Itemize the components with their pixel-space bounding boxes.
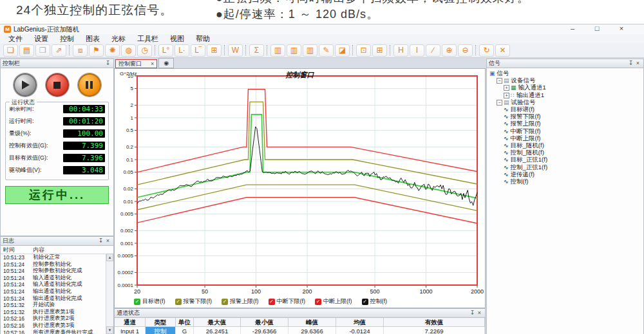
refresh-button[interactable]: ↻ <box>479 44 494 57</box>
toolbar-separator <box>155 45 156 55</box>
close-icon[interactable]: × <box>476 310 483 317</box>
pin-icon[interactable]: ↧ <box>97 237 104 245</box>
tree-item-输入通道1[interactable]: +▦输入通道1 <box>487 84 643 91</box>
minus-expander-icon[interactable]: − <box>497 100 502 106</box>
pin-icon[interactable]: ↧ <box>104 60 111 67</box>
minus-expander-icon[interactable]: − <box>497 78 502 84</box>
open-folder-button[interactable]: ❒ <box>35 44 50 57</box>
cursor-slope-button[interactable]: ∕ <box>426 44 440 57</box>
save-button[interactable]: ▤ <box>19 44 34 57</box>
control-panel: 控制栏 ↧ 运行状态 剩余时间:00:04:33运行时间:00:01:20量级(… <box>0 59 114 236</box>
layout-grid-icon: ⊞ <box>376 46 383 54</box>
window-controls: – □ × <box>568 24 626 32</box>
legend-label: 报警上限(f) <box>230 297 259 306</box>
log-row: 10:51:24输出通道初始化完成 <box>1 295 106 302</box>
status-row: 控制有效值(G):7.399 <box>9 142 105 150</box>
table-cell: -0.0124 <box>336 327 384 334</box>
pin-icon[interactable]: ↧ <box>627 60 634 67</box>
settings-gear-button[interactable]: ✺ <box>105 44 120 57</box>
tab-control-window[interactable]: 控制窗口 × <box>115 59 157 68</box>
menu-item-control[interactable]: 控制 <box>54 34 80 44</box>
title-bar: M LabGenius-正弦加随机 – □ × <box>0 24 644 34</box>
close-icon[interactable]: × <box>634 60 641 67</box>
menu-item-view[interactable]: 视图 <box>164 34 190 44</box>
cursor-i-icon: I <box>416 46 418 54</box>
control-panel-title: 控制栏 <box>3 59 104 68</box>
ytick-label: 0.0001 <box>118 283 134 288</box>
menu-item-file[interactable]: 文件 <box>3 34 28 44</box>
ytick-label: 2 <box>131 102 134 108</box>
minimize-button[interactable]: – <box>568 24 577 32</box>
sigma-button[interactable]: Σ <box>249 44 264 57</box>
legend-checkbox[interactable]: ✓ <box>134 299 140 305</box>
zoom-in-button[interactable]: ⊕ <box>442 44 457 57</box>
restore-button[interactable]: □ <box>592 24 601 32</box>
menu-item-settings[interactable]: 设置 <box>28 34 54 44</box>
legend-checkbox[interactable]: ✓ <box>269 299 275 305</box>
cursor-l-minus-icon: L‾ <box>194 46 202 54</box>
channel-status-caption: 通道状态 ↧ × <box>115 309 485 318</box>
snapshot-camera-icon[interactable]: ◉ <box>158 58 174 68</box>
toolbar-separator <box>69 45 70 55</box>
ytick-label: 0.01 <box>123 199 133 205</box>
settings-gear-icon: ✺ <box>109 46 115 54</box>
flag-button[interactable]: ⚑ <box>89 44 104 57</box>
plus-expander-icon[interactable]: + <box>504 85 509 91</box>
status-value-lcd: 00:04:33 <box>63 105 105 113</box>
table-cell: Input 1 <box>115 327 146 334</box>
new-file-button[interactable]: ❏ <box>3 44 18 57</box>
close-icon[interactable]: × <box>104 237 111 245</box>
sphere-button[interactable]: ◍ <box>121 44 136 57</box>
top-note: 24个独立控制的正弦信号。 ●正弦扫频：可同时输出多个扫频数率，试验控制效果好。… <box>0 0 644 24</box>
chart-edit-button[interactable]: ✎ <box>319 44 334 57</box>
bar-chart-2-button[interactable]: ▥ <box>287 44 301 57</box>
close-button[interactable]: × <box>617 24 626 32</box>
stop-button[interactable] <box>46 73 69 97</box>
log-scrollbar[interactable]: ▲ ▼ <box>106 254 113 334</box>
scroll-up-icon[interactable]: ▲ <box>106 254 113 261</box>
clock-button[interactable]: ◷ <box>137 44 152 57</box>
pause-button[interactable] <box>78 73 101 97</box>
word-export-button[interactable]: W <box>228 44 243 57</box>
scroll-down-icon[interactable]: ▼ <box>106 326 113 334</box>
stop-icon <box>53 82 61 89</box>
cursor-h-icon: H <box>398 46 404 54</box>
menu-item-cursor[interactable]: 光标 <box>106 34 131 44</box>
chart-shade-button[interactable]: ◪ <box>335 44 350 57</box>
status-value-lcd: 3.048 <box>63 166 105 174</box>
cursor-l-dot-button[interactable]: L· <box>175 44 189 57</box>
log-time: 10:51:23 <box>1 254 30 261</box>
tree-item-控制(f)[interactable]: ∿控制(f) <box>487 178 643 185</box>
tree-item-信号[interactable]: ▣信号 <box>487 70 643 77</box>
ytick-label: 0.5 <box>126 127 134 133</box>
bar-chart-1-button[interactable]: ▥ <box>270 44 285 57</box>
menu-item-chart[interactable]: 图表 <box>80 34 106 44</box>
play-button[interactable] <box>14 73 37 97</box>
cursor-l-minus-button[interactable]: L‾ <box>191 44 205 57</box>
layout-grid-button[interactable]: ⊞ <box>372 44 387 57</box>
tree-item-输出通道1[interactable]: +∷输出通道1 <box>487 92 643 99</box>
pin-icon[interactable]: ↧ <box>469 310 476 317</box>
export-button[interactable]: ⇗ <box>52 44 66 57</box>
cancel-button[interactable]: ✕ <box>495 44 510 57</box>
tab-close-icon[interactable]: × <box>151 60 154 67</box>
signal-icon: ∿ <box>504 121 509 127</box>
menu-item-toolbars[interactable]: 工具栏 <box>131 34 164 44</box>
tree-item-设备信号[interactable]: −▤设备信号 <box>487 77 643 84</box>
plus-expander-icon[interactable]: + <box>504 93 509 98</box>
cursor-h-button[interactable]: H <box>393 44 408 57</box>
channel-status-title: 通道状态 <box>117 309 469 317</box>
legend-checkbox[interactable]: ✓ <box>315 299 321 305</box>
menu-item-help[interactable]: 帮助 <box>190 34 216 44</box>
legend-checkbox[interactable]: ✓ <box>362 299 368 305</box>
bar-chart-3-button[interactable]: ▥ <box>303 44 317 57</box>
copy-window-button[interactable]: ⊞ <box>207 44 222 57</box>
layout-single-button[interactable]: ⊡ <box>356 44 371 57</box>
print-button[interactable]: ⧈ <box>73 44 88 57</box>
cursor-i-button[interactable]: I <box>410 44 424 57</box>
legend-checkbox[interactable]: ✓ <box>175 299 182 305</box>
legend-checkbox[interactable]: ✓ <box>222 299 228 305</box>
zoom-out-button[interactable]: ⊖ <box>458 44 473 57</box>
cursor-l-degree-button[interactable]: L° <box>158 44 173 57</box>
note-left-text: 24个独立控制的正弦信号。 <box>16 2 173 19</box>
